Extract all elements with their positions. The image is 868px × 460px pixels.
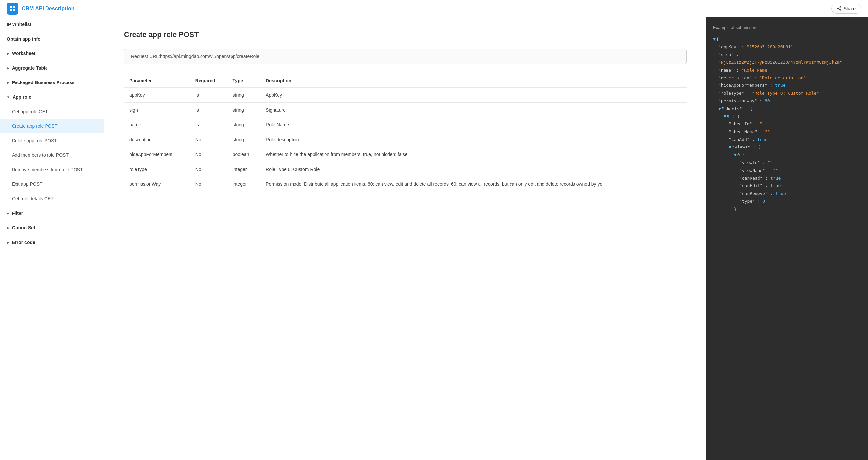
- page-title: Create app role POST: [124, 30, 687, 39]
- col-header-parameter: Parameter: [124, 74, 190, 87]
- table-cell-required: No: [190, 162, 227, 177]
- table-row: descriptionNostringRole description: [124, 132, 687, 147]
- sidebar-item-get-app-role[interactable]: Get app role GET: [0, 104, 104, 119]
- table-cell-type: string: [227, 103, 260, 117]
- app-logo-icon: [7, 3, 19, 15]
- sidebar-group-option-set[interactable]: Option Set: [0, 221, 104, 235]
- json-line: "NjEzZGIzZWZjZTkyNzBiZGI2ZDA4YzNlYWQzMmU…: [713, 58, 861, 66]
- sidebar-group-aggregate-table[interactable]: Aggregate Table: [0, 61, 104, 75]
- table-cell-param: roleType: [124, 162, 190, 177]
- share-button[interactable]: Share: [831, 4, 861, 13]
- svg-line-8: [838, 8, 840, 9]
- json-line: "roleType" : "Role Type 0: Custom Role": [713, 89, 861, 97]
- request-url-box: Request URL:https://api.mingdao.com/v1/o…: [124, 49, 687, 64]
- chevron-right-icon: [7, 211, 9, 215]
- table-cell-required: Is: [190, 117, 227, 132]
- json-display: ▼{"appKey" : "1526b3f280c20b81""sign" :"…: [713, 35, 861, 213]
- header-title-rest: API Description: [34, 6, 74, 11]
- chevron-down-icon: [7, 95, 10, 99]
- table-cell-required: Is: [190, 103, 227, 117]
- table-cell-param: appKey: [124, 87, 190, 103]
- svg-rect-3: [13, 9, 15, 11]
- json-line: "description" : "Role description": [713, 74, 861, 82]
- sidebar-group-error-code[interactable]: Error code: [0, 235, 104, 250]
- json-line: "canRead" : true: [713, 174, 861, 182]
- json-line: "canAdd" : true: [713, 136, 861, 143]
- json-line: "viewName" : "": [713, 167, 861, 174]
- json-line: ▼"views" : [: [713, 143, 861, 151]
- json-line: "name" : "Role Name": [713, 66, 861, 74]
- table-cell-type: integer: [227, 162, 260, 177]
- table-row: hideAppForMembersNobooleanWhether to hid…: [124, 147, 687, 162]
- panel-title: Example of submisson: [713, 25, 861, 30]
- sidebar-item-get-role-details[interactable]: Get role details GET: [0, 192, 104, 206]
- table-cell-type: boolean: [227, 147, 260, 162]
- main-layout: IP Whitelist Obtain app info Worksheet A…: [0, 17, 868, 460]
- table-cell-param: hideAppForMembers: [124, 147, 190, 162]
- table-cell-param: description: [124, 132, 190, 147]
- json-line: ▼0 : {: [713, 151, 861, 159]
- table-row: permissionWayNointegerPermission mode: D…: [124, 177, 687, 192]
- table-cell-description: Whether to hide the application from mem…: [260, 147, 687, 162]
- header-title-crm: CRM: [22, 6, 34, 11]
- svg-point-5: [840, 9, 841, 10]
- table-cell-required: No: [190, 177, 227, 192]
- json-line: "type" : 0: [713, 197, 861, 205]
- json-line: ▼"sheets" : [: [713, 105, 861, 113]
- chevron-right-icon: [7, 240, 9, 244]
- chevron-right-icon: [7, 226, 9, 230]
- svg-line-7: [838, 7, 840, 8]
- header-title: CRM API Description: [22, 6, 74, 11]
- table-row: signIsstringSignature: [124, 103, 687, 117]
- share-icon: [837, 6, 842, 11]
- json-line: ▼0 : {: [713, 113, 861, 120]
- table-cell-required: No: [190, 147, 227, 162]
- svg-rect-2: [10, 9, 12, 11]
- table-row: appKeyIsstringAppKey: [124, 87, 687, 103]
- sidebar-item-add-members[interactable]: Add members to role POST: [0, 148, 104, 162]
- table-cell-description: Role Type 0: Custom Role: [260, 162, 687, 177]
- json-line: "viewId" : "": [713, 159, 861, 166]
- sidebar-group-packaged-business-process[interactable]: Packaged Business Process: [0, 75, 104, 90]
- table-cell-type: integer: [227, 177, 260, 192]
- sidebar-group-app-role[interactable]: App role: [0, 90, 104, 104]
- json-line: "permissionWay" : 80: [713, 97, 861, 105]
- svg-rect-1: [13, 6, 15, 8]
- sidebar-item-exit-app[interactable]: Exit app POST: [0, 177, 104, 192]
- table-cell-param: sign: [124, 103, 190, 117]
- params-table: Parameter Required Type Description appK…: [124, 74, 687, 192]
- json-line: "canEdit" : true: [713, 182, 861, 190]
- right-panel: Example of submisson ▼{"appKey" : "1526b…: [706, 17, 868, 460]
- col-header-description: Description: [260, 74, 687, 87]
- table-cell-description: Role description: [260, 132, 687, 147]
- sidebar: IP Whitelist Obtain app info Worksheet A…: [0, 17, 104, 460]
- json-line: "sheetId" : "": [713, 120, 861, 128]
- sidebar-item-ip-whitelist[interactable]: IP Whitelist: [0, 17, 104, 32]
- sidebar-group-filter[interactable]: Filter: [0, 206, 104, 221]
- json-line: "appKey" : "1526b3f280c20b81": [713, 43, 861, 51]
- table-row: roleTypeNointegerRole Type 0: Custom Rol…: [124, 162, 687, 177]
- table-cell-required: No: [190, 132, 227, 147]
- table-row: nameIsstringRole Name: [124, 117, 687, 132]
- table-cell-required: Is: [190, 87, 227, 103]
- table-cell-param: name: [124, 117, 190, 132]
- table-cell-description: Role Name: [260, 117, 687, 132]
- col-header-required: Required: [190, 74, 227, 87]
- json-line: ▼{: [713, 35, 861, 43]
- table-cell-description: Signature: [260, 103, 687, 117]
- json-line: "hideAppForMembers" : true: [713, 82, 861, 89]
- table-cell-type: string: [227, 132, 260, 147]
- json-line: "sign" :: [713, 51, 861, 58]
- header: CRM API Description Share: [0, 0, 868, 17]
- json-line: "canRemove" : true: [713, 190, 861, 197]
- chevron-right-icon: [7, 52, 9, 55]
- table-cell-type: string: [227, 117, 260, 132]
- sidebar-group-worksheet[interactable]: Worksheet: [0, 46, 104, 61]
- chevron-right-icon: [7, 81, 9, 84]
- sidebar-item-remove-members[interactable]: Remove members from role POST: [0, 162, 104, 177]
- sidebar-item-delete-app-role[interactable]: Delete app role POST: [0, 133, 104, 148]
- sidebar-item-obtain-app-info[interactable]: Obtain app info: [0, 32, 104, 46]
- sidebar-item-create-app-role[interactable]: Create app role POST: [0, 119, 104, 133]
- svg-rect-0: [10, 6, 12, 8]
- svg-point-4: [840, 6, 841, 8]
